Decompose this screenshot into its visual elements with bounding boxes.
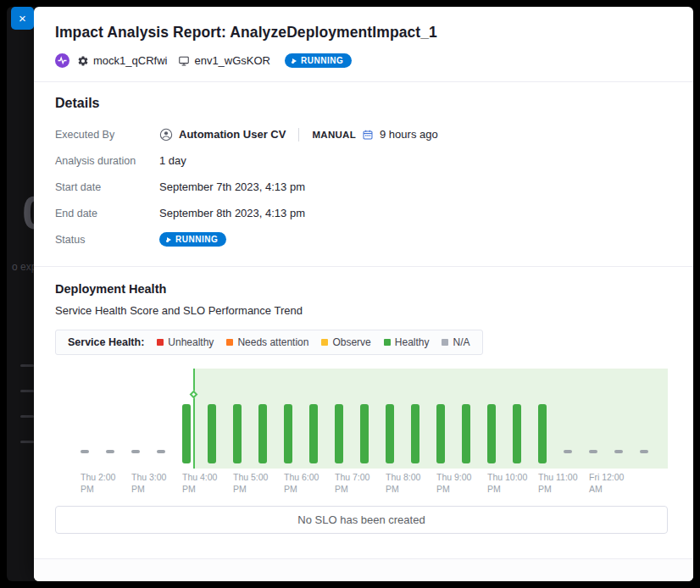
x-axis-tick-label: Thu 8:00 PM xyxy=(386,472,420,495)
health-score-bar xyxy=(284,404,292,463)
health-score-bar xyxy=(462,404,470,463)
srm-module-icon xyxy=(55,53,69,68)
legend-swatch xyxy=(321,339,328,346)
detail-value: 1 day xyxy=(159,154,186,167)
x-axis-tick-label: Thu 9:00 PM xyxy=(436,472,471,495)
detail-value: September 7th 2023, 4:13 pm xyxy=(159,180,305,193)
x-axis-tick-label: Thu 2:00 PM xyxy=(81,472,115,495)
health-score-bar xyxy=(208,404,216,463)
deployment-health-heading: Deployment Health xyxy=(55,282,668,296)
backdrop-decoration xyxy=(20,390,34,392)
deployment-health-subtitle: Service Health Score and SLO Performance… xyxy=(55,304,668,317)
health-score-bar xyxy=(360,404,369,463)
legend-swatch xyxy=(226,339,233,346)
no-data-dash xyxy=(81,450,89,453)
no-data-dash xyxy=(157,450,165,453)
health-score-bar xyxy=(309,404,318,463)
executed-time-ago: 9 hours ago xyxy=(380,128,438,141)
details-divider xyxy=(34,266,693,267)
health-score-bar xyxy=(538,404,547,463)
x-axis-tick-label: Fri 12:00 AM xyxy=(589,472,624,495)
detail-label: Executed By xyxy=(55,129,159,141)
health-legend-items: UnhealthyNeeds attentionObserveHealthyN/… xyxy=(157,336,469,348)
detail-label: End date xyxy=(55,208,159,219)
detail-row-duration: Analysis duration 1 day xyxy=(55,147,668,174)
detail-label: Start date xyxy=(55,181,159,193)
health-x-axis: Thu 2:00 PMThu 3:00 PMThu 4:00 PMThu 5:0… xyxy=(55,472,668,501)
x-axis-tick-label: Thu 3:00 PM xyxy=(131,472,166,495)
legend-item-observe: Observe xyxy=(321,336,370,348)
status-badge-label: RUNNING xyxy=(301,56,343,65)
x-axis-tick-label: Thu 4:00 PM xyxy=(182,472,217,495)
legend-item-label: N/A xyxy=(453,336,469,348)
health-score-chart: Thu 2:00 PMThu 3:00 PMThu 4:00 PMThu 5:0… xyxy=(55,369,668,501)
x-axis-tick-label: Thu 10:00 PM xyxy=(487,472,527,495)
executed-by-user: Automation User CV xyxy=(179,128,286,141)
header-divider xyxy=(34,81,693,82)
calendar-icon xyxy=(362,129,374,141)
detail-label: Analysis duration xyxy=(55,155,159,167)
detail-value: Automation User CV MANUAL 9 hours ago xyxy=(159,128,438,141)
detail-label: Status xyxy=(55,234,159,246)
detail-value: RUNNING xyxy=(159,232,226,247)
legend-swatch xyxy=(384,339,391,346)
status-badge: RUNNING xyxy=(285,53,352,68)
detail-row-executed-by: Executed By Automation User CV MANUAL 9 … xyxy=(55,121,668,147)
environment-meta[interactable]: env1_wGsKOR xyxy=(178,54,270,67)
running-spinner-icon xyxy=(292,56,297,65)
no-data-dash xyxy=(589,450,597,453)
legend-swatch xyxy=(442,339,448,346)
no-data-dash xyxy=(131,450,140,453)
health-score-bar xyxy=(258,404,267,463)
impact-analysis-modal: Impact Analysis Report: AnalyzeDeploymen… xyxy=(34,7,693,581)
user-icon xyxy=(159,128,173,141)
x-axis-tick-label: Thu 5:00 PM xyxy=(233,472,268,495)
service-meta[interactable]: mock1_qCRfwi xyxy=(77,54,167,67)
vertical-divider xyxy=(298,128,299,141)
no-slo-message: No SLO has been created xyxy=(55,506,668,534)
legend-item-label: Healthy xyxy=(395,336,430,348)
screen: 0 o exp × Impact Analysis Report: Analyz… xyxy=(0,0,700,588)
deployment-marker-line xyxy=(193,369,195,469)
backdrop-decoration xyxy=(20,364,34,367)
report-meta-row: mock1_qCRfwi env1_wGsKOR RUNNING xyxy=(55,53,668,68)
detail-row-end-date: End date September 8th 2023, 4:13 pm xyxy=(55,200,668,226)
legend-item-needs-attention: Needs attention xyxy=(226,336,308,348)
gear-icon xyxy=(77,55,89,67)
status-badge-label: RUNNING xyxy=(175,235,218,244)
running-spinner-icon xyxy=(166,235,171,244)
backdrop-decoration xyxy=(20,415,34,418)
legend-swatch xyxy=(157,339,164,346)
health-score-bar xyxy=(386,404,394,463)
health-score-bar xyxy=(487,404,496,463)
page-title: Impact Analysis Report: AnalyzeDeploymen… xyxy=(55,24,668,42)
x-axis-tick-label: Thu 11:00 PM xyxy=(538,472,578,495)
legend-item-label: Observe xyxy=(332,336,370,348)
service-health-legend: Service Health: UnhealthyNeeds attention… xyxy=(55,330,483,355)
legend-item-label: Unhealthy xyxy=(168,336,214,348)
health-score-bar xyxy=(436,404,445,463)
health-bar-plot xyxy=(55,369,668,469)
legend-item-healthy: Healthy xyxy=(384,336,430,348)
legend-item-label: Needs attention xyxy=(237,336,308,348)
status-badge: RUNNING xyxy=(159,232,226,247)
health-score-bar xyxy=(513,404,521,463)
service-name: mock1_qCRfwi xyxy=(93,54,167,67)
no-data-dash xyxy=(640,450,648,453)
detail-row-start-date: Start date September 7th 2023, 4:13 pm xyxy=(55,174,668,200)
legend-item-unhealthy: Unhealthy xyxy=(157,336,214,348)
health-score-bar xyxy=(233,404,242,463)
details-heading: Details xyxy=(55,96,668,111)
x-axis-tick-label: Thu 7:00 PM xyxy=(335,472,369,495)
trigger-type: MANUAL xyxy=(312,130,356,140)
no-data-dash xyxy=(564,450,572,453)
legend-item-n-a: N/A xyxy=(442,336,469,348)
legend-label: Service Health: xyxy=(68,336,144,348)
close-button[interactable]: × xyxy=(11,7,34,30)
health-score-bar xyxy=(335,404,343,463)
detail-row-status: Status RUNNING xyxy=(55,226,668,252)
environment-icon xyxy=(178,55,190,67)
x-axis-tick-label: Thu 6:00 PM xyxy=(284,472,319,495)
health-score-bar xyxy=(182,404,191,463)
no-data-dash xyxy=(106,450,114,453)
